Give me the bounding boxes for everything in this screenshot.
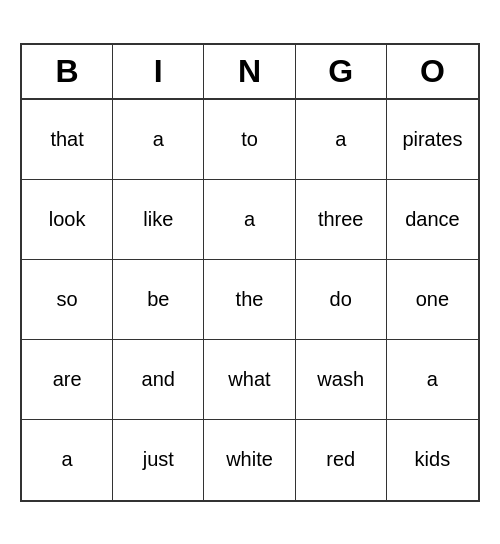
bingo-cell[interactable]: dance: [387, 180, 478, 260]
bingo-cell[interactable]: to: [204, 100, 295, 180]
bingo-cell[interactable]: one: [387, 260, 478, 340]
bingo-cell[interactable]: what: [204, 340, 295, 420]
header-i: I: [113, 45, 204, 98]
bingo-cell[interactable]: three: [296, 180, 387, 260]
bingo-cell[interactable]: a: [387, 340, 478, 420]
bingo-grid: thatatoapirateslooklikeathreedancesobeth…: [22, 100, 478, 500]
bingo-cell[interactable]: be: [113, 260, 204, 340]
bingo-cell[interactable]: red: [296, 420, 387, 500]
bingo-cell[interactable]: pirates: [387, 100, 478, 180]
bingo-cell[interactable]: like: [113, 180, 204, 260]
bingo-cell[interactable]: look: [22, 180, 113, 260]
bingo-cell[interactable]: do: [296, 260, 387, 340]
bingo-cell[interactable]: white: [204, 420, 295, 500]
bingo-cell[interactable]: just: [113, 420, 204, 500]
bingo-cell[interactable]: a: [22, 420, 113, 500]
header-o: O: [387, 45, 478, 98]
bingo-cell[interactable]: wash: [296, 340, 387, 420]
header-g: G: [296, 45, 387, 98]
bingo-cell[interactable]: are: [22, 340, 113, 420]
bingo-cell[interactable]: a: [296, 100, 387, 180]
bingo-cell[interactable]: kids: [387, 420, 478, 500]
bingo-cell[interactable]: a: [113, 100, 204, 180]
bingo-header: B I N G O: [22, 45, 478, 100]
header-b: B: [22, 45, 113, 98]
header-n: N: [204, 45, 295, 98]
bingo-cell[interactable]: the: [204, 260, 295, 340]
bingo-cell[interactable]: so: [22, 260, 113, 340]
bingo-cell[interactable]: that: [22, 100, 113, 180]
bingo-cell[interactable]: a: [204, 180, 295, 260]
bingo-cell[interactable]: and: [113, 340, 204, 420]
bingo-card: B I N G O thatatoapirateslooklikeathreed…: [20, 43, 480, 502]
